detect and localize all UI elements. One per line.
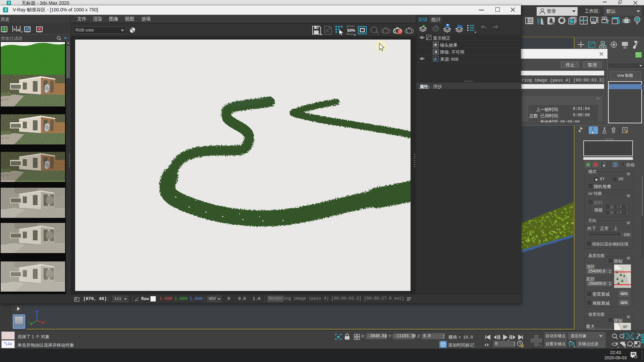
svg-text:50%: 50% — [347, 28, 355, 33]
svg-text:B: B — [17, 28, 20, 32]
svg-text:y: y — [44, 319, 46, 322]
svg-text:x: x — [28, 320, 30, 323]
svg-text:z: z — [38, 308, 39, 311]
svg-text:A: A — [14, 28, 16, 31]
svg-text:90°: 90° — [623, 325, 628, 329]
